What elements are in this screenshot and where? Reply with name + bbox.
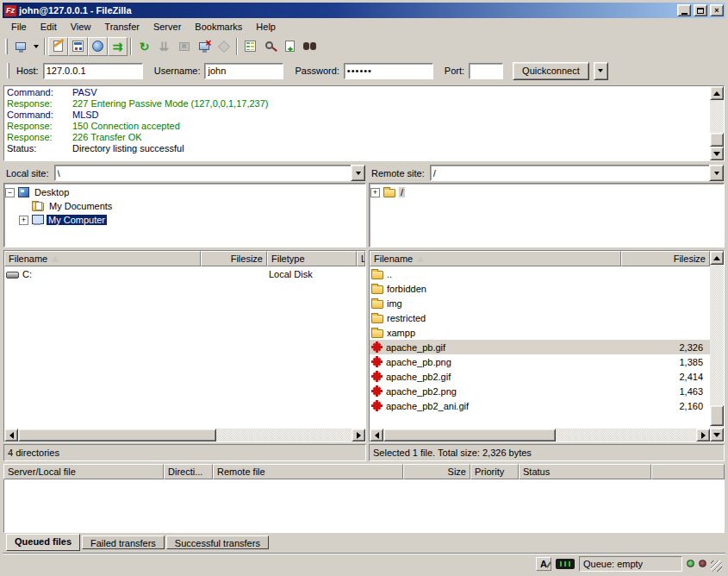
file-row-selected[interactable]: apache_pb.gif2,326 [370, 340, 710, 354]
tree-item-desktop[interactable]: − Desktop [5, 185, 364, 199]
menu-view[interactable]: View [64, 20, 98, 34]
local-site-input[interactable] [54, 165, 351, 181]
scroll-track[interactable] [710, 265, 724, 428]
file-row[interactable]: apache_pb.png1,385 [370, 354, 710, 369]
toggle-message-log-button[interactable] [48, 37, 68, 56]
menu-edit[interactable]: Edit [34, 20, 64, 34]
column-remote-file[interactable]: Remote file [213, 464, 403, 479]
disconnect-button[interactable] [194, 37, 214, 56]
file-row[interactable]: apache_pb2.png1,463 [370, 384, 710, 398]
host-input[interactable] [43, 63, 143, 79]
tree-item-root[interactable]: + / [370, 185, 723, 199]
toolbar-gripper[interactable] [5, 39, 8, 54]
scroll-left-button[interactable] [370, 429, 383, 441]
cancel-operation-button[interactable] [174, 37, 194, 56]
toggle-remote-tree-button[interactable] [88, 37, 108, 56]
log-vertical-scrollbar[interactable] [710, 86, 724, 160]
local-site-label: Local site: [3, 168, 51, 178]
scroll-thumb[interactable] [383, 429, 556, 441]
file-row-c-drive[interactable]: C: Local Disk [4, 266, 365, 281]
scroll-right-button[interactable] [696, 429, 710, 441]
tree-item-my-documents[interactable]: My Documents [5, 199, 364, 213]
image-file-icon [371, 385, 383, 397]
port-input[interactable] [469, 63, 503, 79]
expand-icon[interactable]: + [19, 216, 28, 225]
remote-site-input[interactable] [430, 165, 709, 181]
file-row[interactable]: apache_pb2.gif2,414 [370, 369, 710, 384]
menu-help[interactable]: Help [249, 20, 283, 34]
filter-button[interactable] [260, 37, 280, 56]
menu-transfer[interactable]: Transfer [97, 20, 146, 34]
quickconnect-gripper[interactable] [7, 63, 9, 78]
scroll-left-button[interactable] [4, 429, 18, 441]
file-row[interactable]: .. [370, 266, 710, 281]
scroll-thumb[interactable] [710, 133, 724, 147]
file-row[interactable]: apache_pb2_ani.gif2,160 [370, 398, 710, 413]
toggle-local-tree-button[interactable] [68, 37, 88, 56]
resize-grip[interactable] [711, 560, 722, 572]
minimize-button[interactable] [677, 4, 691, 16]
data-type-ascii-icon[interactable]: A [536, 557, 551, 571]
scroll-up-button[interactable] [710, 251, 724, 265]
synchronized-browsing-button[interactable] [280, 37, 300, 56]
scroll-track[interactable] [710, 100, 724, 147]
abort-button[interactable] [214, 37, 233, 56]
quickconnect-dropdown[interactable] [594, 62, 608, 80]
expand-icon[interactable]: + [370, 188, 380, 197]
menu-file[interactable]: File [4, 20, 34, 34]
remote-list-vscrollbar[interactable] [710, 251, 724, 441]
tab-successful-transfers[interactable]: Successful transfers [166, 535, 269, 549]
column-last-modified[interactable]: L [357, 251, 365, 266]
menu-bookmarks[interactable]: Bookmarks [188, 20, 249, 34]
column-priority[interactable]: Priority [470, 464, 519, 479]
file-row[interactable]: img [370, 296, 710, 310]
remote-site-dropdown[interactable] [709, 165, 724, 181]
column-filesize[interactable]: Filesize [621, 251, 710, 266]
column-size[interactable]: Size [403, 464, 470, 479]
scroll-down-button[interactable] [710, 147, 724, 160]
close-button[interactable]: × [710, 4, 724, 16]
scroll-right-button[interactable] [352, 429, 365, 441]
scroll-track[interactable] [383, 429, 696, 441]
queue-body[interactable] [3, 479, 725, 533]
password-input[interactable] [344, 63, 433, 79]
local-site-combo[interactable] [54, 165, 365, 181]
collapse-icon[interactable]: − [5, 188, 15, 197]
file-row[interactable]: xampp [370, 325, 710, 340]
titlebar[interactable]: Fz john@127.0.0.1 - FileZilla × [3, 3, 725, 18]
site-manager-button[interactable] [10, 37, 30, 56]
scroll-thumb[interactable] [710, 405, 724, 426]
activity-led-red-icon [699, 560, 706, 567]
file-row[interactable]: forbidden [370, 281, 710, 296]
scroll-down-button[interactable] [710, 428, 724, 441]
username-input[interactable] [204, 63, 283, 79]
scroll-track[interactable] [18, 429, 352, 441]
local-list-hscrollbar[interactable] [4, 429, 365, 441]
refresh-button[interactable]: ↻ [134, 37, 154, 56]
column-status[interactable]: Status [519, 464, 651, 479]
toggle-queue-button[interactable]: ⇉ [108, 37, 128, 56]
column-direction[interactable]: Directi... [164, 464, 213, 479]
process-queue-button[interactable]: ⇊ [154, 37, 174, 56]
remote-site-combo[interactable] [430, 165, 724, 181]
username-label: Username: [154, 66, 201, 76]
column-server-local-file[interactable]: Server/Local file [3, 464, 164, 479]
scroll-up-button[interactable] [710, 86, 724, 100]
tab-failed-transfers[interactable]: Failed transfers [82, 535, 165, 549]
tree-item-my-computer[interactable]: + My Computer [5, 213, 364, 227]
tab-queued-files[interactable]: Queued files [6, 534, 80, 551]
column-filename[interactable]: Filename [370, 251, 621, 266]
maximize-button[interactable] [694, 4, 707, 16]
directory-comparison-button[interactable] [240, 37, 260, 56]
local-site-dropdown[interactable] [351, 165, 365, 181]
column-filename[interactable]: Filename [4, 251, 201, 266]
site-manager-dropdown[interactable] [30, 37, 41, 56]
find-files-button[interactable] [300, 37, 320, 56]
remote-list-hscrollbar[interactable] [370, 429, 710, 441]
menu-server[interactable]: Server [146, 20, 188, 34]
column-filetype[interactable]: Filetype [267, 251, 357, 266]
file-row[interactable]: restricted [370, 310, 710, 325]
column-filesize[interactable]: Filesize [201, 251, 267, 266]
scroll-thumb[interactable] [18, 429, 216, 441]
quickconnect-button[interactable]: Quickconnect [513, 62, 589, 80]
